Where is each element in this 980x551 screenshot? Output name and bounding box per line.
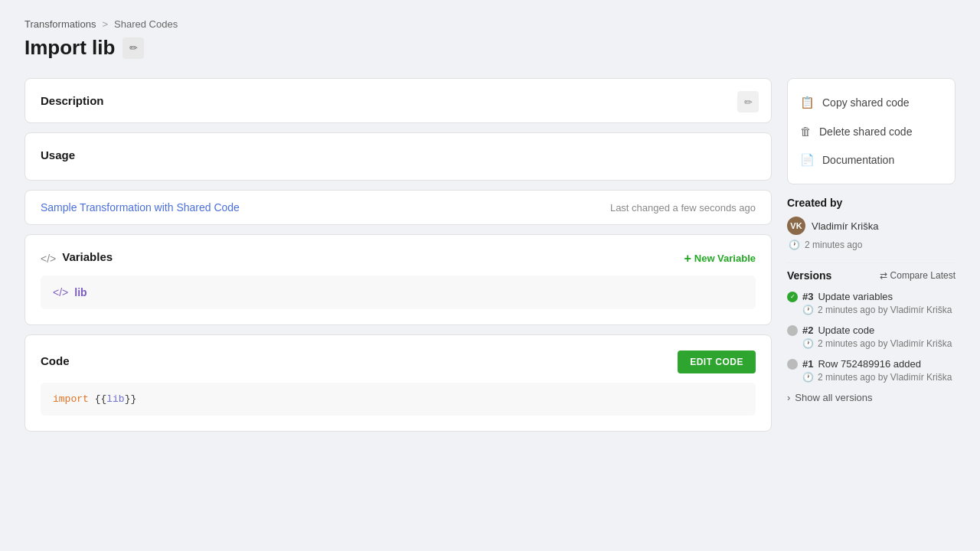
breadcrumb-transformations[interactable]: Transformations [24, 18, 96, 30]
code-card: Code EDIT CODE import {{lib}} [24, 334, 772, 432]
created-time-row: 🕐 2 minutes ago [789, 240, 956, 250]
variables-title-row: </> Variables [41, 250, 113, 266]
version-clock-icon-1: 🕐 [802, 372, 814, 383]
version-status-gray-2 [787, 325, 798, 336]
variables-title: Variables [62, 250, 113, 263]
versions-title: Versions [787, 269, 831, 282]
created-time: 2 minutes ago [805, 240, 862, 250]
version-item-2: #2 Update code 🕐 2 minutes ago by Vladim… [787, 324, 956, 349]
chevron-right-icon: › [787, 392, 790, 403]
delete-shared-code-action[interactable]: 🗑 Delete shared code [788, 117, 955, 145]
edit-code-button[interactable]: EDIT CODE [678, 350, 756, 373]
usage-time: Last changed a few seconds ago [610, 202, 756, 214]
new-variable-button[interactable]: + New Variable [684, 252, 756, 266]
breadcrumb: Transformations > Shared Codes [24, 18, 956, 30]
sidebar-actions-card: 📋 Copy shared code 🗑 Delete shared code … [787, 78, 956, 184]
main-content: Description ✏ Usage Sample Transformatio… [24, 78, 772, 432]
plus-icon: + [684, 252, 691, 266]
usage-title: Usage [41, 148, 756, 161]
created-by-section: Created by VK Vladimír Kriška 🕐 2 minute… [787, 197, 956, 250]
delete-shared-code-label: Delete shared code [819, 126, 912, 138]
version-label-2: Update code [818, 324, 874, 336]
clock-icon: 🕐 [789, 240, 800, 250]
page-title: Import lib [24, 36, 115, 60]
version-row-1: #1 Row 752489916 added [787, 358, 956, 370]
new-variable-label: New Variable [694, 253, 756, 264]
delete-icon: 🗑 [800, 125, 812, 138]
version-meta-2: 🕐 2 minutes ago by Vladimír Kriška [802, 338, 956, 349]
versions-header: Versions ⇄ Compare Latest [787, 269, 956, 282]
breadcrumb-current: Shared Codes [114, 18, 178, 30]
documentation-label: Documentation [822, 154, 894, 166]
version-time-1: 2 minutes ago by Vladimír Kriška [818, 372, 952, 383]
version-time-2: 2 minutes ago by Vladimír Kriška [818, 338, 952, 349]
version-item-1: #1 Row 752489916 added 🕐 2 minutes ago b… [787, 358, 956, 383]
code-header: Code EDIT CODE [41, 350, 756, 373]
divider [787, 262, 956, 263]
description-edit-button[interactable]: ✏ [737, 91, 759, 112]
sidebar: 📋 Copy shared code 🗑 Delete shared code … [787, 78, 956, 432]
edit-title-button[interactable]: ✏ [122, 37, 144, 59]
edit-title-icon: ✏ [129, 42, 138, 54]
created-by-title: Created by [787, 197, 956, 209]
code-title: Code [41, 354, 70, 367]
version-label-1: Row 752489916 added [818, 358, 920, 370]
versions-section: Versions ⇄ Compare Latest #3 Update vari… [787, 269, 956, 403]
avatar: VK [787, 217, 805, 235]
copy-shared-code-label: Copy shared code [822, 96, 910, 109]
version-number-1: #1 [802, 358, 813, 370]
copy-shared-code-action[interactable]: 📋 Copy shared code [788, 88, 955, 117]
version-meta-1: 🕐 2 minutes ago by Vladimír Kriška [802, 372, 956, 383]
version-row-2: #2 Update code [787, 324, 956, 336]
show-all-label: Show all versions [795, 392, 872, 403]
creator-row: VK Vladimír Kriška [787, 217, 956, 235]
description-card: Description ✏ [24, 78, 772, 123]
compare-latest-button[interactable]: ⇄ Compare Latest [880, 270, 956, 281]
code-close-brace: }} [125, 393, 137, 405]
variable-item: </> lib [41, 276, 756, 309]
version-status-green [787, 292, 798, 302]
compare-latest-label: Compare Latest [890, 270, 956, 281]
version-item-3: #3 Update variables 🕐 2 minutes ago by V… [787, 291, 956, 315]
usage-link[interactable]: Sample Transformation with Shared Code [41, 201, 240, 214]
code-lib-var: lib [106, 393, 124, 405]
breadcrumb-separator: > [102, 18, 108, 30]
description-title: Description [41, 94, 104, 107]
variables-header: </> Variables + New Variable [41, 250, 756, 266]
variable-code-icon: </> [53, 286, 68, 298]
version-meta-3: 🕐 2 minutes ago by Vladimír Kriška [802, 305, 956, 315]
variable-name: lib [74, 286, 87, 298]
usage-card: Usage [24, 132, 772, 181]
variables-card: </> Variables + New Variable </> lib [24, 234, 772, 325]
version-clock-icon-2: 🕐 [802, 338, 814, 349]
version-number-3: #3 [802, 291, 813, 302]
page-title-row: Import lib ✏ [24, 36, 956, 60]
code-import-keyword: import [53, 393, 89, 405]
code-open-brace: {{ [95, 393, 107, 405]
version-clock-icon-3: 🕐 [802, 305, 814, 315]
documentation-action[interactable]: 📄 Documentation [788, 145, 955, 174]
version-status-gray-1 [787, 359, 798, 370]
version-label-3: Update variables [818, 291, 893, 302]
code-icon: </> [41, 253, 56, 265]
copy-icon: 📋 [800, 96, 815, 109]
code-block: import {{lib}} [41, 383, 756, 416]
version-number-2: #2 [802, 324, 813, 336]
version-time-3: 2 minutes ago by Vladimír Kriška [818, 305, 952, 315]
description-edit-icon: ✏ [744, 96, 753, 108]
version-row-3: #3 Update variables [787, 291, 956, 302]
show-all-versions[interactable]: › Show all versions [787, 392, 956, 403]
docs-icon: 📄 [800, 153, 815, 167]
usage-row: Sample Transformation with Shared Code L… [24, 190, 772, 225]
compare-icon: ⇄ [880, 270, 887, 281]
creator-name: Vladimír Kriška [812, 220, 878, 232]
